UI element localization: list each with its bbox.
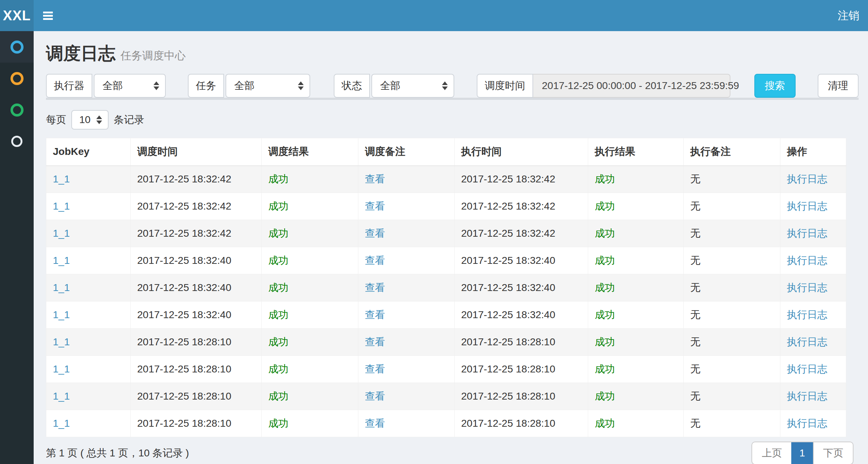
pagination: 上页 1 下页 [751, 442, 854, 464]
jobkey-link[interactable]: 1_1 [53, 228, 70, 239]
trigger-msg-view-link[interactable]: 查看 [365, 173, 385, 185]
jobkey-link[interactable]: 1_1 [53, 363, 70, 375]
sidebar-item-dashboard[interactable] [0, 31, 34, 63]
trigger-msg-view-link[interactable]: 查看 [365, 336, 385, 347]
jobkey-link[interactable]: 1_1 [53, 282, 70, 293]
hamburger-bar [43, 12, 53, 13]
status-select[interactable]: 全部 [371, 74, 454, 98]
trigger-msg-view-link[interactable]: 查看 [365, 282, 385, 293]
exec-log-link-container: 执行日志 [780, 247, 846, 274]
search-button[interactable]: 搜索 [754, 74, 796, 98]
exec-log-link[interactable]: 执行日志 [787, 201, 827, 212]
trigger-msg-view-link[interactable]: 查看 [365, 391, 385, 402]
jobkey-link-container: 1_1 [46, 193, 131, 220]
jobkey-link[interactable]: 1_1 [53, 201, 70, 212]
logout-link[interactable]: 注销 [838, 8, 859, 23]
handle-time-cell: 2017-12-25 18:28:10 [455, 383, 588, 410]
sidebar-item-job-manage[interactable] [0, 63, 34, 94]
exec-log-link[interactable]: 执行日志 [787, 255, 827, 266]
trigger-msg-view-link[interactable]: 查看 [365, 201, 385, 212]
current-page-button[interactable]: 1 [791, 442, 813, 464]
jobkey-link-container: 1_1 [46, 383, 131, 410]
handle-time-cell: 2017-12-25 18:32:40 [455, 274, 588, 301]
dashboard-circle-icon [10, 41, 24, 54]
trigger-time-cell: 2017-12-25 18:32:42 [131, 220, 262, 247]
handle-time-cell: 2017-12-25 18:28:10 [455, 329, 588, 356]
status-select-value: 全部 [380, 79, 400, 93]
table-row: 1_12017-12-25 18:32:42成功查看2017-12-25 18:… [46, 193, 846, 220]
trigger-time-cell: 2017-12-25 18:32:40 [131, 247, 262, 274]
handle-result-cell: 成功 [588, 193, 684, 220]
table-row: 1_12017-12-25 18:32:42成功查看2017-12-25 18:… [46, 220, 846, 247]
handle-result-cell: 成功 [588, 166, 684, 193]
table-row: 1_12017-12-25 18:32:40成功查看2017-12-25 18:… [46, 301, 846, 329]
handle-result-cell: 成功 [588, 247, 684, 274]
prev-page-button[interactable]: 上页 [752, 442, 791, 464]
sidebar-item-job-log[interactable] [0, 94, 34, 126]
exec-log-link-container: 执行日志 [780, 356, 846, 383]
trigger-time-cell: 2017-12-25 18:32:42 [131, 193, 262, 220]
trigger-time-range-input[interactable]: 2017-12-25 00:00:00 - 2017-12-25 23:59:5… [533, 74, 730, 98]
help-circle-icon [11, 136, 22, 147]
trigger-result-cell: 成功 [262, 329, 358, 356]
exec-log-link[interactable]: 执行日志 [787, 418, 827, 429]
exec-log-link-container: 执行日志 [780, 166, 846, 193]
trigger-msg-view-link[interactable]: 查看 [365, 228, 385, 239]
clear-button[interactable]: 清理 [818, 74, 859, 98]
exec-log-link[interactable]: 执行日志 [787, 173, 827, 185]
status-filter-group: 状态 全部 [334, 74, 454, 98]
trigger-msg-view-link[interactable]: 查看 [365, 309, 385, 320]
jobkey-link[interactable]: 1_1 [53, 418, 70, 429]
filter-toolbar: 执行器 全部 任务 全部 状态 全部 调度时间 2017-12-25 00:00… [46, 74, 859, 98]
hamburger-bar [43, 18, 53, 20]
handle-msg-cell: 无 [684, 410, 780, 437]
next-page-button[interactable]: 下页 [813, 442, 853, 464]
app-logo[interactable]: XXL [0, 0, 34, 31]
column-header: JobKey [46, 138, 131, 166]
trigger-msg-view-link-container: 查看 [358, 166, 455, 193]
trigger-msg-view-link[interactable]: 查看 [365, 255, 385, 266]
job-log-table: JobKey调度时间调度结果调度备注执行时间执行结果执行备注操作 1_12017… [46, 138, 846, 437]
pagesize-select[interactable]: 10 [71, 110, 109, 130]
trigger-msg-view-link-container: 查看 [358, 383, 455, 410]
handle-time-cell: 2017-12-25 18:32:40 [455, 301, 588, 329]
column-header: 执行时间 [455, 138, 588, 166]
exec-log-link[interactable]: 执行日志 [787, 309, 827, 320]
jobkey-link[interactable]: 1_1 [53, 309, 70, 320]
trigger-time-filter-group: 调度时间 2017-12-25 00:00:00 - 2017-12-25 23… [477, 74, 730, 98]
trigger-result-cell: 成功 [262, 301, 358, 329]
trigger-time-cell: 2017-12-25 18:32:40 [131, 274, 262, 301]
hamburger-bar [43, 15, 53, 17]
handle-result-cell: 成功 [588, 301, 684, 329]
handle-msg-cell: 无 [684, 383, 780, 410]
jobkey-link-container: 1_1 [46, 329, 131, 356]
trigger-msg-view-link-container: 查看 [358, 274, 455, 301]
trigger-msg-view-link-container: 查看 [358, 410, 455, 437]
sidebar-item-help[interactable] [0, 126, 34, 157]
main-content: 调度日志 任务调度中心 执行器 全部 任务 全部 状态 全部 调度时间 [34, 31, 868, 464]
trigger-result-cell: 成功 [262, 356, 358, 383]
job-select-value: 全部 [234, 79, 254, 93]
trigger-msg-view-link[interactable]: 查看 [365, 418, 385, 429]
trigger-time-cell: 2017-12-25 18:32:40 [131, 301, 262, 329]
trigger-result-cell: 成功 [262, 274, 358, 301]
executor-select[interactable]: 全部 [94, 74, 166, 98]
handle-msg-cell: 无 [684, 193, 780, 220]
table-row: 1_12017-12-25 18:28:10成功查看2017-12-25 18:… [46, 356, 846, 383]
jobkey-link[interactable]: 1_1 [53, 391, 70, 402]
exec-log-link[interactable]: 执行日志 [787, 282, 827, 293]
sidebar-toggle-icon[interactable] [43, 8, 58, 23]
exec-log-link[interactable]: 执行日志 [787, 228, 827, 239]
table-row: 1_12017-12-25 18:28:10成功查看2017-12-25 18:… [46, 410, 846, 437]
trigger-msg-view-link[interactable]: 查看 [365, 363, 385, 375]
exec-log-link[interactable]: 执行日志 [787, 391, 827, 402]
job-label: 任务 [188, 74, 224, 98]
table-footer: 第 1 页 ( 总共 1 页，10 条记录 ) 上页 1 下页 [46, 442, 859, 464]
jobkey-link[interactable]: 1_1 [53, 336, 70, 347]
jobkey-link[interactable]: 1_1 [53, 173, 70, 185]
exec-log-link[interactable]: 执行日志 [787, 363, 827, 375]
jobkey-link[interactable]: 1_1 [53, 255, 70, 266]
exec-log-link[interactable]: 执行日志 [787, 336, 827, 347]
job-select[interactable]: 全部 [226, 74, 310, 98]
table-row: 1_12017-12-25 18:32:40成功查看2017-12-25 18:… [46, 247, 846, 274]
